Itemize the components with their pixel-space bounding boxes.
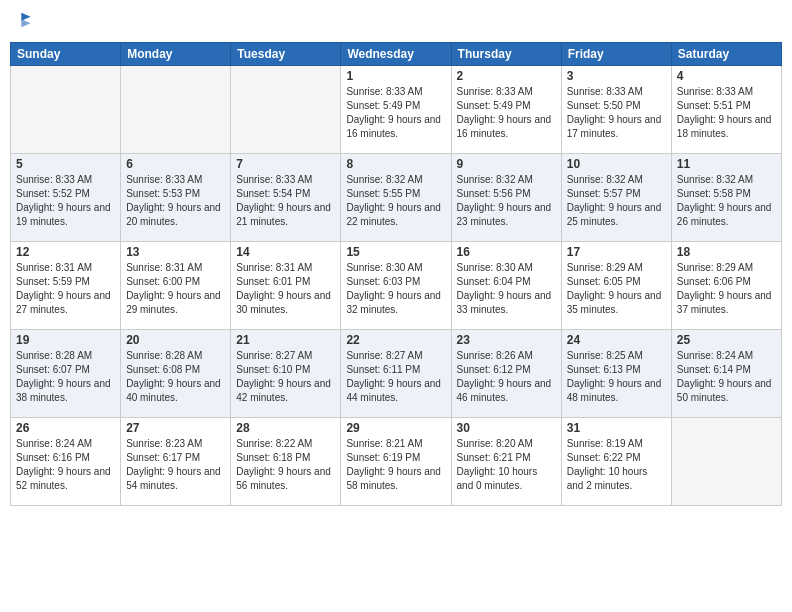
calendar-cell: 2Sunrise: 8:33 AMSunset: 5:49 PMDaylight… [451, 66, 561, 154]
logo-icon [12, 10, 32, 30]
calendar-cell: 17Sunrise: 8:29 AMSunset: 6:05 PMDayligh… [561, 242, 671, 330]
day-info: Sunrise: 8:33 AMSunset: 5:52 PMDaylight:… [16, 173, 115, 229]
calendar-cell: 24Sunrise: 8:25 AMSunset: 6:13 PMDayligh… [561, 330, 671, 418]
day-number: 22 [346, 333, 445, 347]
calendar-cell: 14Sunrise: 8:31 AMSunset: 6:01 PMDayligh… [231, 242, 341, 330]
day-number: 23 [457, 333, 556, 347]
day-number: 11 [677, 157, 776, 171]
calendar-cell: 19Sunrise: 8:28 AMSunset: 6:07 PMDayligh… [11, 330, 121, 418]
day-info: Sunrise: 8:24 AMSunset: 6:16 PMDaylight:… [16, 437, 115, 493]
day-info: Sunrise: 8:31 AMSunset: 6:01 PMDaylight:… [236, 261, 335, 317]
day-number: 16 [457, 245, 556, 259]
calendar-cell [671, 418, 781, 506]
day-info: Sunrise: 8:32 AMSunset: 5:56 PMDaylight:… [457, 173, 556, 229]
day-number: 26 [16, 421, 115, 435]
day-info: Sunrise: 8:26 AMSunset: 6:12 PMDaylight:… [457, 349, 556, 405]
day-number: 28 [236, 421, 335, 435]
calendar-cell: 10Sunrise: 8:32 AMSunset: 5:57 PMDayligh… [561, 154, 671, 242]
calendar-cell: 18Sunrise: 8:29 AMSunset: 6:06 PMDayligh… [671, 242, 781, 330]
calendar-week-row: 26Sunrise: 8:24 AMSunset: 6:16 PMDayligh… [11, 418, 782, 506]
weekday-header: Wednesday [341, 43, 451, 66]
day-number: 27 [126, 421, 225, 435]
calendar-cell: 6Sunrise: 8:33 AMSunset: 5:53 PMDaylight… [121, 154, 231, 242]
calendar-cell: 20Sunrise: 8:28 AMSunset: 6:08 PMDayligh… [121, 330, 231, 418]
day-number: 15 [346, 245, 445, 259]
calendar-cell: 8Sunrise: 8:32 AMSunset: 5:55 PMDaylight… [341, 154, 451, 242]
day-number: 31 [567, 421, 666, 435]
calendar-cell: 28Sunrise: 8:22 AMSunset: 6:18 PMDayligh… [231, 418, 341, 506]
calendar-week-row: 5Sunrise: 8:33 AMSunset: 5:52 PMDaylight… [11, 154, 782, 242]
day-info: Sunrise: 8:29 AMSunset: 6:06 PMDaylight:… [677, 261, 776, 317]
calendar-cell: 16Sunrise: 8:30 AMSunset: 6:04 PMDayligh… [451, 242, 561, 330]
day-info: Sunrise: 8:22 AMSunset: 6:18 PMDaylight:… [236, 437, 335, 493]
weekday-header: Sunday [11, 43, 121, 66]
day-number: 20 [126, 333, 225, 347]
day-number: 21 [236, 333, 335, 347]
day-info: Sunrise: 8:33 AMSunset: 5:49 PMDaylight:… [457, 85, 556, 141]
day-number: 5 [16, 157, 115, 171]
day-info: Sunrise: 8:30 AMSunset: 6:03 PMDaylight:… [346, 261, 445, 317]
weekday-header-row: SundayMondayTuesdayWednesdayThursdayFrid… [11, 43, 782, 66]
page: SundayMondayTuesdayWednesdayThursdayFrid… [0, 0, 792, 612]
day-info: Sunrise: 8:33 AMSunset: 5:54 PMDaylight:… [236, 173, 335, 229]
calendar-cell [11, 66, 121, 154]
day-number: 10 [567, 157, 666, 171]
weekday-header: Thursday [451, 43, 561, 66]
day-number: 30 [457, 421, 556, 435]
calendar-cell: 31Sunrise: 8:19 AMSunset: 6:22 PMDayligh… [561, 418, 671, 506]
calendar-cell: 5Sunrise: 8:33 AMSunset: 5:52 PMDaylight… [11, 154, 121, 242]
day-info: Sunrise: 8:24 AMSunset: 6:14 PMDaylight:… [677, 349, 776, 405]
day-info: Sunrise: 8:32 AMSunset: 5:57 PMDaylight:… [567, 173, 666, 229]
day-number: 7 [236, 157, 335, 171]
day-info: Sunrise: 8:23 AMSunset: 6:17 PMDaylight:… [126, 437, 225, 493]
day-number: 18 [677, 245, 776, 259]
day-info: Sunrise: 8:27 AMSunset: 6:11 PMDaylight:… [346, 349, 445, 405]
day-info: Sunrise: 8:28 AMSunset: 6:07 PMDaylight:… [16, 349, 115, 405]
day-number: 14 [236, 245, 335, 259]
calendar-cell: 15Sunrise: 8:30 AMSunset: 6:03 PMDayligh… [341, 242, 451, 330]
day-info: Sunrise: 8:20 AMSunset: 6:21 PMDaylight:… [457, 437, 556, 493]
calendar-week-row: 12Sunrise: 8:31 AMSunset: 5:59 PMDayligh… [11, 242, 782, 330]
day-info: Sunrise: 8:33 AMSunset: 5:51 PMDaylight:… [677, 85, 776, 141]
day-number: 29 [346, 421, 445, 435]
calendar-cell: 30Sunrise: 8:20 AMSunset: 6:21 PMDayligh… [451, 418, 561, 506]
day-number: 8 [346, 157, 445, 171]
calendar-cell: 4Sunrise: 8:33 AMSunset: 5:51 PMDaylight… [671, 66, 781, 154]
calendar-cell: 27Sunrise: 8:23 AMSunset: 6:17 PMDayligh… [121, 418, 231, 506]
weekday-header: Tuesday [231, 43, 341, 66]
calendar-cell: 29Sunrise: 8:21 AMSunset: 6:19 PMDayligh… [341, 418, 451, 506]
day-info: Sunrise: 8:19 AMSunset: 6:22 PMDaylight:… [567, 437, 666, 493]
calendar-cell: 23Sunrise: 8:26 AMSunset: 6:12 PMDayligh… [451, 330, 561, 418]
calendar-cell: 12Sunrise: 8:31 AMSunset: 5:59 PMDayligh… [11, 242, 121, 330]
day-number: 4 [677, 69, 776, 83]
day-info: Sunrise: 8:33 AMSunset: 5:50 PMDaylight:… [567, 85, 666, 141]
day-number: 17 [567, 245, 666, 259]
day-info: Sunrise: 8:25 AMSunset: 6:13 PMDaylight:… [567, 349, 666, 405]
header [10, 10, 782, 34]
calendar-cell: 9Sunrise: 8:32 AMSunset: 5:56 PMDaylight… [451, 154, 561, 242]
calendar-cell: 21Sunrise: 8:27 AMSunset: 6:10 PMDayligh… [231, 330, 341, 418]
day-number: 12 [16, 245, 115, 259]
calendar-cell: 26Sunrise: 8:24 AMSunset: 6:16 PMDayligh… [11, 418, 121, 506]
svg-marker-1 [21, 19, 30, 27]
day-number: 3 [567, 69, 666, 83]
day-info: Sunrise: 8:27 AMSunset: 6:10 PMDaylight:… [236, 349, 335, 405]
day-info: Sunrise: 8:29 AMSunset: 6:05 PMDaylight:… [567, 261, 666, 317]
weekday-header: Monday [121, 43, 231, 66]
day-info: Sunrise: 8:28 AMSunset: 6:08 PMDaylight:… [126, 349, 225, 405]
day-number: 19 [16, 333, 115, 347]
weekday-header: Saturday [671, 43, 781, 66]
calendar-cell: 7Sunrise: 8:33 AMSunset: 5:54 PMDaylight… [231, 154, 341, 242]
calendar-cell: 1Sunrise: 8:33 AMSunset: 5:49 PMDaylight… [341, 66, 451, 154]
calendar-cell: 22Sunrise: 8:27 AMSunset: 6:11 PMDayligh… [341, 330, 451, 418]
day-info: Sunrise: 8:33 AMSunset: 5:49 PMDaylight:… [346, 85, 445, 141]
day-info: Sunrise: 8:32 AMSunset: 5:58 PMDaylight:… [677, 173, 776, 229]
day-number: 13 [126, 245, 225, 259]
calendar-cell: 25Sunrise: 8:24 AMSunset: 6:14 PMDayligh… [671, 330, 781, 418]
svg-marker-0 [21, 13, 30, 21]
day-info: Sunrise: 8:32 AMSunset: 5:55 PMDaylight:… [346, 173, 445, 229]
calendar-cell [231, 66, 341, 154]
day-number: 9 [457, 157, 556, 171]
calendar-cell: 13Sunrise: 8:31 AMSunset: 6:00 PMDayligh… [121, 242, 231, 330]
day-info: Sunrise: 8:33 AMSunset: 5:53 PMDaylight:… [126, 173, 225, 229]
